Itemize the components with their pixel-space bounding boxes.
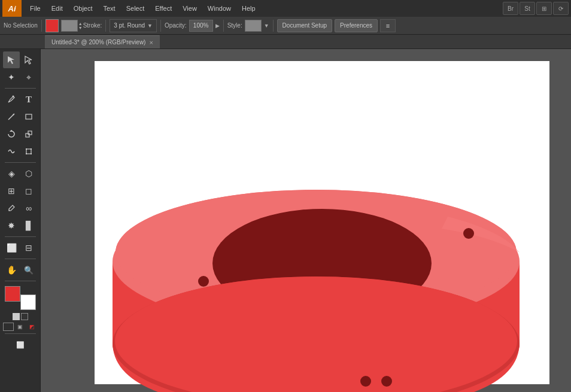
main-area: ✦ ⌖ T bbox=[0, 49, 571, 392]
hand-tool[interactable]: ✋ bbox=[3, 262, 20, 278]
style-label: Style: bbox=[227, 22, 242, 29]
menu-effect[interactable]: Effect bbox=[150, 4, 177, 13]
tab-close-button[interactable]: × bbox=[149, 39, 153, 46]
style-swatch[interactable] bbox=[245, 20, 262, 32]
artboard-tool[interactable]: ⬜ bbox=[3, 239, 20, 256]
menu-window[interactable]: Window bbox=[203, 4, 236, 13]
shape-builder-tool[interactable]: ◈ bbox=[3, 165, 20, 182]
color-mode-row: ▣ ◩ bbox=[3, 323, 38, 331]
style-dropdown-arrow[interactable]: ▼ bbox=[264, 23, 269, 29]
warp-tool[interactable] bbox=[3, 143, 20, 160]
slice-tool[interactable]: ⊟ bbox=[20, 239, 37, 256]
opacity-input[interactable] bbox=[189, 20, 213, 32]
change-screen-btn[interactable]: ⬜ bbox=[12, 336, 29, 353]
menu-help[interactable]: Help bbox=[237, 4, 260, 13]
type-tool[interactable]: T bbox=[20, 91, 37, 108]
magic-wand-tool[interactable]: ✦ bbox=[3, 69, 20, 86]
divider2 bbox=[105, 20, 106, 32]
separator-4 bbox=[5, 259, 36, 259]
doc-tab-title: Untitled-3* @ 200% (RGB/Preview) bbox=[51, 39, 145, 45]
column-graph-tool[interactable]: ▊ bbox=[20, 217, 37, 234]
free-transform-tool[interactable] bbox=[20, 143, 37, 160]
tool-row-3: T bbox=[3, 91, 37, 108]
divider5 bbox=[273, 20, 274, 32]
mesh-tool[interactable]: ⊞ bbox=[3, 183, 20, 199]
document-setup-button[interactable]: Document Setup bbox=[277, 19, 333, 32]
tool-row-8: ⊞ ◻ bbox=[3, 183, 37, 199]
menu-file[interactable]: File bbox=[25, 4, 45, 13]
svg-rect-8 bbox=[26, 148, 27, 150]
svg-point-26 bbox=[360, 376, 371, 387]
tool-row-6 bbox=[3, 143, 37, 160]
default-colors-btn[interactable] bbox=[21, 313, 28, 320]
line-tool[interactable] bbox=[3, 108, 20, 125]
tool-row-2: ✦ ⌖ bbox=[3, 69, 37, 86]
preferences-button[interactable]: Preferences bbox=[335, 19, 378, 32]
opacity-expand-arrow[interactable]: ▶ bbox=[215, 23, 220, 29]
tab-bar: Untitled-3* @ 200% (RGB/Preview) × bbox=[0, 35, 571, 49]
svg-rect-11 bbox=[31, 153, 32, 154]
toolbox: ✦ ⌖ T bbox=[0, 49, 41, 392]
eyedropper-tool[interactable] bbox=[3, 200, 20, 217]
separator-1 bbox=[5, 88, 36, 89]
workspace-icon-btn[interactable]: ⊞ bbox=[536, 2, 552, 15]
zoom-tool[interactable]: 🔍 bbox=[20, 262, 37, 278]
document-tab[interactable]: Untitled-3* @ 200% (RGB/Preview) × bbox=[45, 35, 160, 48]
rectangle-tool[interactable] bbox=[20, 108, 37, 125]
selection-tool[interactable] bbox=[3, 51, 20, 68]
pt-round-arrow[interactable]: ▼ bbox=[147, 23, 153, 29]
perspective-tool[interactable]: ⬡ bbox=[20, 165, 37, 182]
menu-text[interactable]: Text bbox=[99, 4, 120, 13]
background-color-swatch[interactable] bbox=[20, 294, 36, 310]
stroke-up-arrow[interactable]: ▲ bbox=[78, 22, 83, 26]
rotate-tool[interactable] bbox=[3, 126, 20, 142]
swap-colors-btn[interactable]: ⇄ bbox=[13, 313, 20, 320]
svg-point-27 bbox=[381, 376, 392, 387]
menu-view[interactable]: View bbox=[178, 4, 202, 13]
svg-rect-3 bbox=[26, 114, 32, 119]
menu-edit[interactable]: Edit bbox=[47, 4, 68, 13]
pt-round-selector[interactable]: 3 pt. Round ▼ bbox=[110, 19, 157, 32]
arrange-panel-btn[interactable]: ≡ bbox=[380, 19, 396, 32]
tool-row-12: ✋ 🔍 bbox=[3, 262, 37, 278]
pt-round-value: 3 pt. Round bbox=[114, 22, 145, 29]
stroke-swatch[interactable] bbox=[61, 20, 78, 32]
separator-6 bbox=[5, 333, 36, 334]
svg-point-0 bbox=[13, 96, 14, 98]
scale-tool[interactable] bbox=[20, 126, 37, 142]
lasso-tool[interactable]: ⌖ bbox=[20, 69, 37, 86]
symbol-spray-tool[interactable]: ✸ bbox=[3, 217, 20, 234]
app-logo: Ai bbox=[2, 0, 22, 17]
svg-rect-6 bbox=[28, 131, 32, 135]
separator-3 bbox=[5, 236, 36, 237]
svg-rect-7 bbox=[26, 149, 31, 154]
svg-rect-5 bbox=[26, 133, 29, 137]
tool-row-9: ∞ bbox=[3, 200, 37, 217]
stock-icon-btn[interactable]: St bbox=[520, 2, 535, 15]
fill-pattern-btn[interactable]: ◩ bbox=[27, 323, 38, 331]
menu-object[interactable]: Object bbox=[69, 4, 98, 13]
menu-select[interactable]: Select bbox=[122, 4, 150, 13]
options-bar: No Selection ▲ ▼ Stroke: 3 pt. Round ▼ O… bbox=[0, 17, 571, 35]
gradient-tool[interactable]: ◻ bbox=[20, 183, 37, 199]
sync-icon-btn[interactable]: ⟳ bbox=[553, 2, 569, 15]
foreground-color-swatch[interactable] bbox=[5, 286, 20, 302]
donut-illustration bbox=[89, 85, 543, 392]
direct-selection-tool[interactable] bbox=[20, 51, 37, 68]
fill-gradient-btn[interactable]: ▣ bbox=[15, 323, 26, 331]
stroke-down-arrow[interactable]: ▼ bbox=[78, 26, 83, 30]
svg-rect-9 bbox=[31, 148, 32, 150]
fill-none-btn[interactable] bbox=[3, 323, 14, 331]
stroke-spinners: ▲ ▼ bbox=[78, 22, 83, 30]
canvas-area[interactable] bbox=[41, 49, 571, 392]
color-area bbox=[5, 286, 36, 310]
fill-swatch[interactable] bbox=[45, 19, 59, 32]
stroke-label: Stroke: bbox=[83, 22, 102, 29]
svg-point-12 bbox=[9, 210, 10, 211]
pen-tool[interactable] bbox=[3, 91, 20, 108]
no-selection-label: No Selection bbox=[4, 22, 38, 29]
blend-tool[interactable]: ∞ bbox=[20, 200, 37, 217]
bridge-icon-btn[interactable]: Br bbox=[503, 2, 518, 15]
color-controls: ⇄ bbox=[13, 313, 28, 320]
svg-marker-4 bbox=[10, 130, 13, 132]
